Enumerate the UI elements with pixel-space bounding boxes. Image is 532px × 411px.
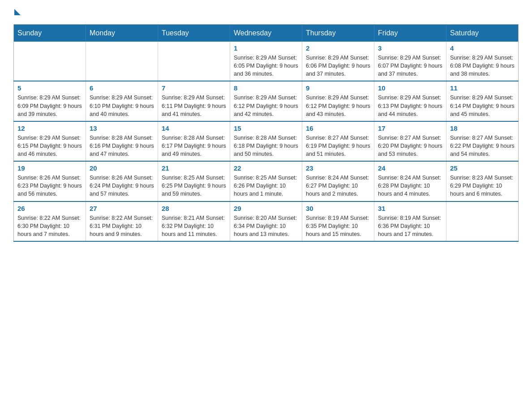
day-info: Sunrise: 8:28 AM Sunset: 6:16 PM Dayligh… [90,134,154,158]
day-number: 13 [90,124,154,132]
calendar-cell: 7Sunrise: 8:29 AM Sunset: 6:11 PM Daylig… [158,81,230,121]
calendar-cell: 28Sunrise: 8:21 AM Sunset: 6:32 PM Dayli… [158,201,230,241]
weekday-header-tuesday: Tuesday [158,25,230,42]
calendar-cell: 10Sunrise: 8:29 AM Sunset: 6:13 PM Dayli… [374,81,446,121]
calendar-cell: 24Sunrise: 8:24 AM Sunset: 6:28 PM Dayli… [374,161,446,201]
day-info: Sunrise: 8:29 AM Sunset: 6:06 PM Dayligh… [306,54,370,78]
day-number: 22 [234,164,298,172]
weekday-header-thursday: Thursday [302,25,374,42]
day-number: 4 [450,44,515,52]
day-number: 18 [450,124,515,132]
day-number: 20 [90,164,154,172]
calendar-cell: 19Sunrise: 8:26 AM Sunset: 6:23 PM Dayli… [14,161,86,201]
day-info: Sunrise: 8:29 AM Sunset: 6:07 PM Dayligh… [378,54,442,78]
day-number: 29 [234,205,298,212]
calendar-cell: 11Sunrise: 8:29 AM Sunset: 6:14 PM Dayli… [446,81,519,121]
calendar-cell: 25Sunrise: 8:23 AM Sunset: 6:29 PM Dayli… [446,161,519,201]
calendar-cell: 26Sunrise: 8:22 AM Sunset: 6:30 PM Dayli… [14,201,86,241]
day-info: Sunrise: 8:22 AM Sunset: 6:30 PM Dayligh… [17,214,82,238]
day-info: Sunrise: 8:26 AM Sunset: 6:24 PM Dayligh… [90,174,154,198]
calendar-cell: 27Sunrise: 8:22 AM Sunset: 6:31 PM Dayli… [86,201,158,241]
day-number: 26 [17,205,82,212]
day-info: Sunrise: 8:29 AM Sunset: 6:14 PM Dayligh… [450,94,515,118]
day-number: 6 [90,84,154,92]
page-header [13,9,519,16]
day-info: Sunrise: 8:22 AM Sunset: 6:31 PM Dayligh… [90,214,154,238]
calendar-cell: 18Sunrise: 8:27 AM Sunset: 6:22 PM Dayli… [446,121,519,161]
calendar-cell: 4Sunrise: 8:29 AM Sunset: 6:08 PM Daylig… [446,42,519,81]
day-info: Sunrise: 8:20 AM Sunset: 6:34 PM Dayligh… [234,214,298,238]
day-number: 12 [17,124,82,132]
calendar-cell: 23Sunrise: 8:24 AM Sunset: 6:27 PM Dayli… [302,161,374,201]
day-number: 31 [378,205,442,212]
day-number: 19 [17,164,82,172]
calendar-cell: 15Sunrise: 8:28 AM Sunset: 6:18 PM Dayli… [230,121,302,161]
day-info: Sunrise: 8:29 AM Sunset: 6:12 PM Dayligh… [306,94,370,118]
calendar-week-row: 1Sunrise: 8:29 AM Sunset: 6:05 PM Daylig… [14,42,519,81]
day-info: Sunrise: 8:29 AM Sunset: 6:09 PM Dayligh… [17,94,82,118]
calendar-cell [14,42,86,81]
day-number: 9 [306,84,370,92]
day-number: 15 [234,124,298,132]
calendar-cell: 6Sunrise: 8:29 AM Sunset: 6:10 PM Daylig… [86,81,158,121]
calendar-cell: 20Sunrise: 8:26 AM Sunset: 6:24 PM Dayli… [86,161,158,201]
day-number: 8 [234,84,298,92]
day-number: 30 [306,205,370,212]
calendar-cell: 22Sunrise: 8:25 AM Sunset: 6:26 PM Dayli… [230,161,302,201]
calendar-cell: 1Sunrise: 8:29 AM Sunset: 6:05 PM Daylig… [230,42,302,81]
day-info: Sunrise: 8:23 AM Sunset: 6:29 PM Dayligh… [450,174,515,198]
calendar-week-row: 12Sunrise: 8:29 AM Sunset: 6:15 PM Dayli… [14,121,519,161]
calendar-cell: 9Sunrise: 8:29 AM Sunset: 6:12 PM Daylig… [302,81,374,121]
day-number: 17 [378,124,442,132]
day-info: Sunrise: 8:29 AM Sunset: 6:11 PM Dayligh… [162,94,226,118]
calendar-week-row: 5Sunrise: 8:29 AM Sunset: 6:09 PM Daylig… [14,81,519,121]
day-number: 3 [378,44,442,52]
calendar-week-row: 19Sunrise: 8:26 AM Sunset: 6:23 PM Dayli… [14,161,519,201]
weekday-header-friday: Friday [374,25,446,42]
day-info: Sunrise: 8:27 AM Sunset: 6:22 PM Dayligh… [450,134,515,158]
weekday-header-saturday: Saturday [446,25,519,42]
calendar-cell: 16Sunrise: 8:27 AM Sunset: 6:19 PM Dayli… [302,121,374,161]
day-info: Sunrise: 8:28 AM Sunset: 6:17 PM Dayligh… [162,134,226,158]
calendar-cell: 3Sunrise: 8:29 AM Sunset: 6:07 PM Daylig… [374,42,446,81]
day-number: 28 [162,205,226,212]
day-number: 5 [17,84,82,92]
day-info: Sunrise: 8:27 AM Sunset: 6:19 PM Dayligh… [306,134,370,158]
day-info: Sunrise: 8:29 AM Sunset: 6:13 PM Dayligh… [378,94,442,118]
day-info: Sunrise: 8:24 AM Sunset: 6:27 PM Dayligh… [306,174,370,198]
day-info: Sunrise: 8:25 AM Sunset: 6:26 PM Dayligh… [234,174,298,198]
day-info: Sunrise: 8:27 AM Sunset: 6:20 PM Dayligh… [378,134,442,158]
calendar-cell [158,42,230,81]
day-info: Sunrise: 8:19 AM Sunset: 6:35 PM Dayligh… [306,214,370,238]
day-number: 11 [450,84,515,92]
calendar-cell: 8Sunrise: 8:29 AM Sunset: 6:12 PM Daylig… [230,81,302,121]
calendar-cell: 31Sunrise: 8:19 AM Sunset: 6:36 PM Dayli… [374,201,446,241]
day-number: 10 [378,84,442,92]
calendar-cell [86,42,158,81]
calendar-cell: 13Sunrise: 8:28 AM Sunset: 6:16 PM Dayli… [86,121,158,161]
day-info: Sunrise: 8:29 AM Sunset: 6:05 PM Dayligh… [234,54,298,78]
day-info: Sunrise: 8:29 AM Sunset: 6:12 PM Dayligh… [234,94,298,118]
day-info: Sunrise: 8:19 AM Sunset: 6:36 PM Dayligh… [378,214,442,238]
calendar-table: SundayMondayTuesdayWednesdayThursdayFrid… [13,24,519,242]
day-info: Sunrise: 8:28 AM Sunset: 6:18 PM Dayligh… [234,134,298,158]
calendar-cell: 21Sunrise: 8:25 AM Sunset: 6:25 PM Dayli… [158,161,230,201]
weekday-header-wednesday: Wednesday [230,25,302,42]
day-info: Sunrise: 8:26 AM Sunset: 6:23 PM Dayligh… [17,174,82,198]
day-info: Sunrise: 8:29 AM Sunset: 6:15 PM Dayligh… [17,134,82,158]
day-number: 16 [306,124,370,132]
calendar-cell [446,201,519,241]
day-info: Sunrise: 8:29 AM Sunset: 6:08 PM Dayligh… [450,54,515,78]
weekday-header-sunday: Sunday [14,25,86,42]
day-number: 24 [378,164,442,172]
calendar-cell: 12Sunrise: 8:29 AM Sunset: 6:15 PM Dayli… [14,121,86,161]
day-number: 2 [306,44,370,52]
day-number: 14 [162,124,226,132]
day-number: 7 [162,84,226,92]
calendar-cell: 29Sunrise: 8:20 AM Sunset: 6:34 PM Dayli… [230,201,302,241]
day-info: Sunrise: 8:24 AM Sunset: 6:28 PM Dayligh… [378,174,442,198]
calendar-cell: 30Sunrise: 8:19 AM Sunset: 6:35 PM Dayli… [302,201,374,241]
calendar-cell: 14Sunrise: 8:28 AM Sunset: 6:17 PM Dayli… [158,121,230,161]
day-info: Sunrise: 8:29 AM Sunset: 6:10 PM Dayligh… [90,94,154,118]
weekday-header-row: SundayMondayTuesdayWednesdayThursdayFrid… [14,25,519,42]
